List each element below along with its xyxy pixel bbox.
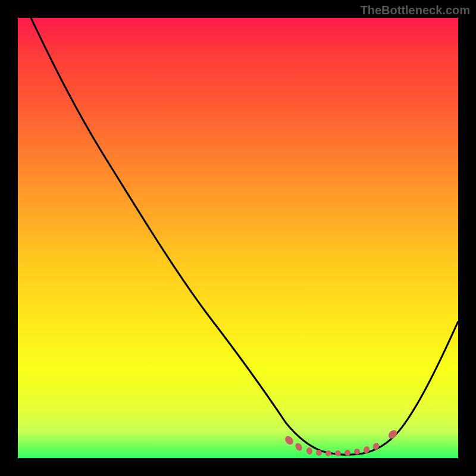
watermark-text: TheBottleneck.com bbox=[361, 4, 470, 17]
svg-point-1 bbox=[294, 441, 303, 452]
svg-point-0 bbox=[283, 434, 295, 446]
svg-point-5 bbox=[335, 450, 341, 456]
svg-point-2 bbox=[306, 447, 314, 455]
optimal-zone-markers bbox=[283, 428, 399, 456]
bottleneck-curve bbox=[31, 18, 458, 455]
svg-point-7 bbox=[354, 449, 360, 455]
svg-point-3 bbox=[316, 450, 322, 456]
chart-container: TheBottleneck.com bbox=[0, 0, 476, 476]
curve-overlay bbox=[18, 18, 458, 458]
svg-point-6 bbox=[345, 450, 350, 456]
svg-point-4 bbox=[325, 450, 331, 456]
